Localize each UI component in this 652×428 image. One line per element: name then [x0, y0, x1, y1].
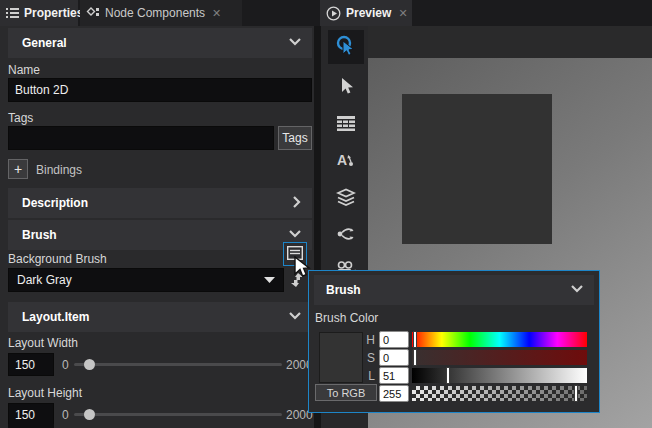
layout-width-slider[interactable]	[74, 363, 282, 366]
section-title: Brush	[22, 228, 57, 242]
properties-list-icon	[6, 7, 19, 20]
slider-min-label: 0	[62, 408, 69, 422]
close-icon[interactable]: ✕	[396, 7, 409, 20]
background-brush-dropdown[interactable]: Dark Gray	[8, 268, 284, 292]
brush-color-label: Brush Color	[315, 311, 378, 325]
background-brush-label: Background Brush	[8, 252, 107, 266]
chevron-down-icon	[288, 310, 302, 324]
saturation-marker[interactable]	[413, 349, 417, 366]
name-label: Name	[8, 63, 40, 77]
slider-min-label: 0	[62, 358, 69, 372]
properties-panel: General Name Tags Tags + Bindings Descri…	[0, 26, 314, 428]
lightness-input[interactable]	[379, 367, 409, 384]
interact-cursor-icon	[335, 35, 357, 60]
grid-icon	[337, 116, 355, 134]
alpha-bar[interactable]	[412, 386, 587, 401]
chevron-down-icon	[570, 283, 584, 297]
hue-label: H	[361, 333, 375, 347]
layout-height-input[interactable]	[8, 403, 54, 426]
select-tool-button[interactable]	[328, 70, 364, 104]
text-analyze-icon: A	[336, 151, 356, 172]
lightness-label: L	[361, 369, 375, 383]
section-layout-item[interactable]: Layout.Item	[8, 302, 312, 332]
layers-tool-button[interactable]	[328, 181, 364, 215]
section-title: General	[22, 36, 67, 50]
button2d-node	[402, 94, 552, 244]
tab-preview[interactable]: Preview ✕	[320, 0, 412, 26]
connections-tool-button[interactable]	[328, 218, 364, 252]
preview-toolbar-strip	[368, 26, 652, 58]
alpha-input[interactable]	[379, 385, 409, 402]
section-description[interactable]: Description	[8, 188, 312, 218]
chevron-right-icon	[292, 195, 302, 212]
tags-input[interactable]	[8, 126, 274, 150]
layout-width-label: Layout Width	[8, 336, 78, 350]
svg-text:A: A	[337, 152, 347, 168]
next-input-sliver	[8, 424, 54, 428]
layout-height-slider-thumb[interactable]	[84, 409, 95, 420]
hue-bar[interactable]	[412, 332, 587, 347]
saturation-input[interactable]	[379, 349, 409, 366]
section-title: Layout.Item	[22, 310, 89, 324]
tags-label: Tags	[8, 111, 33, 125]
popup-header-brush[interactable]: Brush	[314, 275, 594, 305]
lightness-marker[interactable]	[446, 367, 450, 384]
application-window: Properties ✕ Node Components ✕ General N…	[0, 0, 652, 428]
section-brush[interactable]: Brush	[8, 220, 312, 250]
close-icon[interactable]: ✕	[210, 7, 223, 20]
tags-button[interactable]: Tags	[278, 126, 312, 150]
saturation-label: S	[361, 351, 375, 365]
interact-tool-button[interactable]	[328, 30, 364, 64]
saturation-bar[interactable]	[412, 350, 587, 365]
chevron-down-icon	[288, 228, 302, 242]
hue-input[interactable]	[379, 331, 409, 348]
chevron-down-icon	[288, 36, 302, 50]
bindings-label: Bindings	[36, 163, 82, 177]
layers-icon	[336, 188, 356, 209]
tab-properties[interactable]: Properties ✕	[0, 0, 78, 26]
tab-label: Preview	[346, 6, 391, 20]
grid-tool-button[interactable]	[328, 108, 364, 142]
tab-node-components[interactable]: Node Components ✕	[80, 0, 242, 26]
layout-width-slider-thumb[interactable]	[84, 359, 95, 370]
dropdown-value: Dark Gray	[17, 273, 72, 287]
layout-height-label: Layout Height	[8, 386, 82, 400]
preview-tabbar: Preview ✕	[314, 0, 652, 26]
layout-height-slider[interactable]	[74, 413, 282, 416]
tab-label: Properties	[24, 6, 83, 20]
hue-marker[interactable]	[413, 331, 417, 348]
text-tool-button[interactable]: A	[328, 144, 364, 178]
left-tabbar: Properties ✕ Node Components ✕	[0, 0, 314, 26]
name-input[interactable]	[8, 78, 312, 102]
chevron-down-icon	[264, 273, 275, 287]
tab-label: Node Components	[105, 6, 205, 20]
mouse-cursor	[293, 256, 315, 283]
alpha-marker[interactable]	[574, 385, 578, 402]
section-general[interactable]: General	[8, 28, 312, 58]
play-circle-icon	[326, 6, 341, 21]
layout-width-input[interactable]	[8, 353, 54, 376]
brush-popup: Brush Brush Color H S L A To RGB	[308, 270, 600, 413]
select-arrow-icon	[337, 77, 355, 98]
to-rgb-button[interactable]: To RGB	[315, 384, 377, 401]
add-binding-button[interactable]: +	[8, 159, 28, 179]
popup-title: Brush	[326, 283, 361, 297]
connections-icon	[336, 225, 356, 246]
color-swatch	[319, 332, 363, 383]
lightness-bar[interactable]	[412, 368, 587, 383]
node-components-icon	[86, 6, 100, 20]
section-title: Description	[22, 196, 88, 210]
